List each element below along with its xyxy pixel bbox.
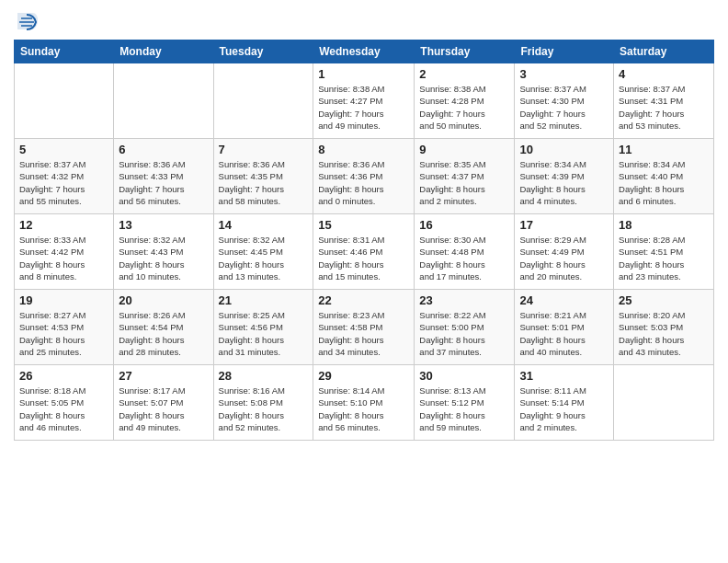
day-number: 21 — [219, 293, 309, 307]
day-number: 5 — [19, 143, 108, 156]
day-number: 17 — [519, 218, 609, 232]
weekday-header-friday: Friday — [515, 40, 614, 63]
day-info: Sunrise: 8:21 AM Sunset: 5:01 PM Dayligh… — [519, 309, 609, 358]
day-number: 13 — [119, 218, 208, 232]
day-number: 11 — [619, 143, 709, 156]
week-row-5: 26Sunrise: 8:18 AM Sunset: 5:05 PM Dayli… — [15, 365, 714, 441]
day-number: 2 — [419, 67, 509, 81]
day-info: Sunrise: 8:36 AM Sunset: 4:33 PM Dayligh… — [119, 158, 208, 207]
day-number: 23 — [419, 293, 509, 307]
day-info: Sunrise: 8:18 AM Sunset: 5:05 PM Dayligh… — [19, 385, 108, 433]
day-number: 1 — [318, 67, 409, 81]
calendar-cell: 16Sunrise: 8:30 AM Sunset: 4:48 PM Dayli… — [415, 214, 515, 290]
calendar-cell: 20Sunrise: 8:26 AM Sunset: 4:54 PM Dayli… — [114, 290, 213, 365]
day-number: 10 — [519, 143, 609, 156]
day-info: Sunrise: 8:27 AM Sunset: 4:53 PM Dayligh… — [19, 309, 108, 358]
day-number: 7 — [219, 143, 309, 156]
calendar-cell: 11Sunrise: 8:34 AM Sunset: 4:40 PM Dayli… — [614, 139, 714, 214]
day-info: Sunrise: 8:38 AM Sunset: 4:28 PM Dayligh… — [419, 83, 509, 132]
calendar-cell: 19Sunrise: 8:27 AM Sunset: 4:53 PM Dayli… — [15, 290, 114, 365]
day-info: Sunrise: 8:31 AM Sunset: 4:46 PM Dayligh… — [318, 234, 409, 282]
day-number: 24 — [519, 293, 609, 307]
day-info: Sunrise: 8:36 AM Sunset: 4:35 PM Dayligh… — [219, 158, 309, 207]
calendar-cell: 2Sunrise: 8:38 AM Sunset: 4:28 PM Daylig… — [415, 63, 515, 139]
calendar-cell: 18Sunrise: 8:28 AM Sunset: 4:51 PM Dayli… — [614, 214, 714, 290]
day-number: 15 — [318, 218, 409, 232]
day-info: Sunrise: 8:37 AM Sunset: 4:31 PM Dayligh… — [619, 83, 709, 132]
day-info: Sunrise: 8:32 AM Sunset: 4:43 PM Dayligh… — [119, 234, 208, 282]
day-info: Sunrise: 8:22 AM Sunset: 5:00 PM Dayligh… — [419, 309, 509, 358]
calendar-cell: 27Sunrise: 8:17 AM Sunset: 5:07 PM Dayli… — [114, 365, 213, 441]
calendar-cell: 31Sunrise: 8:11 AM Sunset: 5:14 PM Dayli… — [515, 365, 614, 441]
day-info: Sunrise: 8:26 AM Sunset: 4:54 PM Dayligh… — [119, 309, 208, 358]
weekday-header-monday: Monday — [114, 40, 213, 63]
day-info: Sunrise: 8:20 AM Sunset: 5:03 PM Dayligh… — [619, 309, 709, 358]
calendar-cell: 3Sunrise: 8:37 AM Sunset: 4:30 PM Daylig… — [515, 63, 614, 139]
calendar-cell: 29Sunrise: 8:14 AM Sunset: 5:10 PM Dayli… — [313, 365, 415, 441]
weekday-header-saturday: Saturday — [614, 40, 714, 63]
day-info: Sunrise: 8:29 AM Sunset: 4:49 PM Dayligh… — [519, 234, 609, 282]
day-number: 6 — [119, 143, 208, 156]
day-info: Sunrise: 8:37 AM Sunset: 4:30 PM Dayligh… — [519, 83, 609, 132]
calendar-cell: 13Sunrise: 8:32 AM Sunset: 4:43 PM Dayli… — [114, 214, 213, 290]
day-info: Sunrise: 8:38 AM Sunset: 4:27 PM Dayligh… — [318, 83, 409, 132]
day-number: 4 — [619, 67, 709, 81]
day-number: 18 — [619, 218, 709, 232]
calendar-cell: 30Sunrise: 8:13 AM Sunset: 5:12 PM Dayli… — [415, 365, 515, 441]
day-number: 30 — [419, 369, 509, 383]
day-info: Sunrise: 8:13 AM Sunset: 5:12 PM Dayligh… — [419, 385, 509, 433]
day-number: 8 — [318, 143, 409, 156]
calendar-cell: 26Sunrise: 8:18 AM Sunset: 5:05 PM Dayli… — [15, 365, 114, 441]
weekday-header-thursday: Thursday — [415, 40, 515, 63]
day-number: 14 — [219, 218, 309, 232]
day-number: 27 — [119, 369, 208, 383]
day-info: Sunrise: 8:14 AM Sunset: 5:10 PM Dayligh… — [318, 385, 409, 433]
day-number: 3 — [519, 67, 609, 81]
calendar-cell: 24Sunrise: 8:21 AM Sunset: 5:01 PM Dayli… — [515, 290, 614, 365]
calendar-cell: 5Sunrise: 8:37 AM Sunset: 4:32 PM Daylig… — [15, 139, 114, 214]
day-number: 25 — [619, 293, 709, 307]
day-number: 28 — [219, 369, 309, 383]
day-number: 12 — [19, 218, 108, 232]
calendar-cell: 23Sunrise: 8:22 AM Sunset: 5:00 PM Dayli… — [415, 290, 515, 365]
day-info: Sunrise: 8:37 AM Sunset: 4:32 PM Dayligh… — [19, 158, 108, 207]
day-info: Sunrise: 8:34 AM Sunset: 4:40 PM Dayligh… — [619, 158, 709, 207]
calendar-cell: 14Sunrise: 8:32 AM Sunset: 4:45 PM Dayli… — [213, 214, 313, 290]
calendar: SundayMondayTuesdayWednesdayThursdayFrid… — [14, 40, 714, 441]
weekday-header-sunday: Sunday — [15, 40, 114, 63]
day-info: Sunrise: 8:32 AM Sunset: 4:45 PM Dayligh… — [219, 234, 309, 282]
day-info: Sunrise: 8:33 AM Sunset: 4:42 PM Dayligh… — [19, 234, 108, 282]
week-row-2: 5Sunrise: 8:37 AM Sunset: 4:32 PM Daylig… — [15, 139, 714, 214]
calendar-cell: 17Sunrise: 8:29 AM Sunset: 4:49 PM Dayli… — [515, 214, 614, 290]
calendar-cell: 10Sunrise: 8:34 AM Sunset: 4:39 PM Dayli… — [515, 139, 614, 214]
calendar-cell: 8Sunrise: 8:36 AM Sunset: 4:36 PM Daylig… — [313, 139, 415, 214]
day-info: Sunrise: 8:30 AM Sunset: 4:48 PM Dayligh… — [419, 234, 509, 282]
weekday-header-wednesday: Wednesday — [313, 40, 415, 63]
day-number: 9 — [419, 143, 509, 156]
calendar-cell: 28Sunrise: 8:16 AM Sunset: 5:08 PM Dayli… — [213, 365, 313, 441]
calendar-cell: 12Sunrise: 8:33 AM Sunset: 4:42 PM Dayli… — [15, 214, 114, 290]
calendar-cell — [15, 63, 114, 139]
day-info: Sunrise: 8:35 AM Sunset: 4:37 PM Dayligh… — [419, 158, 509, 207]
day-number: 31 — [519, 369, 609, 383]
day-info: Sunrise: 8:17 AM Sunset: 5:07 PM Dayligh… — [119, 385, 208, 433]
week-row-1: 1Sunrise: 8:38 AM Sunset: 4:27 PM Daylig… — [15, 63, 714, 139]
week-row-4: 19Sunrise: 8:27 AM Sunset: 4:53 PM Dayli… — [15, 290, 714, 365]
day-number: 19 — [19, 293, 108, 307]
calendar-cell: 25Sunrise: 8:20 AM Sunset: 5:03 PM Dayli… — [614, 290, 714, 365]
calendar-cell: 9Sunrise: 8:35 AM Sunset: 4:37 PM Daylig… — [415, 139, 515, 214]
calendar-cell: 7Sunrise: 8:36 AM Sunset: 4:35 PM Daylig… — [213, 139, 313, 214]
day-info: Sunrise: 8:25 AM Sunset: 4:56 PM Dayligh… — [219, 309, 309, 358]
calendar-cell: 22Sunrise: 8:23 AM Sunset: 4:58 PM Dayli… — [313, 290, 415, 365]
calendar-cell — [213, 63, 313, 139]
day-number: 20 — [119, 293, 208, 307]
day-info: Sunrise: 8:28 AM Sunset: 4:51 PM Dayligh… — [619, 234, 709, 282]
calendar-cell: 15Sunrise: 8:31 AM Sunset: 4:46 PM Dayli… — [313, 214, 415, 290]
day-info: Sunrise: 8:11 AM Sunset: 5:14 PM Dayligh… — [519, 385, 609, 433]
day-number: 22 — [318, 293, 409, 307]
day-info: Sunrise: 8:16 AM Sunset: 5:08 PM Dayligh… — [219, 385, 309, 433]
day-info: Sunrise: 8:23 AM Sunset: 4:58 PM Dayligh… — [318, 309, 409, 358]
week-row-3: 12Sunrise: 8:33 AM Sunset: 4:42 PM Dayli… — [15, 214, 714, 290]
calendar-cell: 4Sunrise: 8:37 AM Sunset: 4:31 PM Daylig… — [614, 63, 714, 139]
calendar-cell: 21Sunrise: 8:25 AM Sunset: 4:56 PM Dayli… — [213, 290, 313, 365]
